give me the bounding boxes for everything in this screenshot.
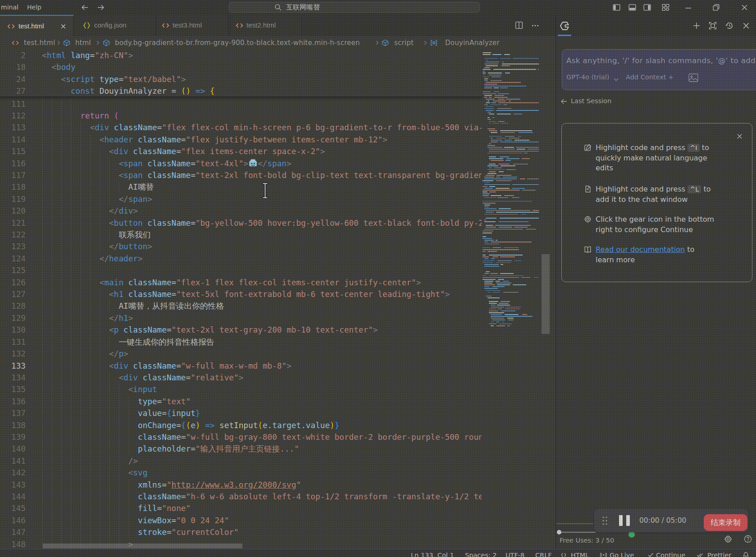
- status-Prettier[interactable]: Prettier: [707, 549, 731, 557]
- close-tips-icon[interactable]: [736, 133, 743, 140]
- code-line-117: 117 <span className="text-2xl font-bold …: [0, 169, 482, 182]
- close-window-icon[interactable]: [741, 4, 748, 11]
- code-line-132: 132 </p>: [0, 348, 482, 360]
- recording-widget[interactable]: 00:00 / 05:00 结束录制: [594, 509, 748, 532]
- code-line-145: 145 fill="none": [0, 502, 482, 515]
- code-line-113: 113 <div className="flex flex-col min-h-…: [0, 122, 482, 134]
- menu-help[interactable]: Help: [27, 0, 41, 15]
- command-center[interactable]: 互联网嘴替: [229, 2, 480, 13]
- code-line-119: 119 </span>: [0, 193, 482, 205]
- code-line-141: 141 />: [0, 455, 482, 467]
- status-Continue[interactable]: Continue: [656, 549, 685, 557]
- line-number: 112: [0, 110, 26, 122]
- restore-icon[interactable]: [712, 4, 720, 11]
- toggle-sidebar-icon[interactable]: [613, 4, 620, 11]
- sticky-line-18[interactable]: 18 <body: [0, 61, 482, 73]
- breadcrumb-item[interactable]: html: [75, 36, 91, 50]
- code-line-120: 120 </div>: [0, 205, 482, 217]
- code-editor[interactable]: 111 112 return (113 <div className="flex…: [0, 50, 556, 549]
- double-check-icon[interactable]: [697, 552, 704, 557]
- drag-handle-icon[interactable]: [602, 516, 608, 525]
- line-number: 131: [0, 336, 26, 348]
- braces-icon[interactable]: [560, 552, 567, 557]
- breadcrumb-item[interactable]: script: [394, 36, 414, 50]
- tab-config.json[interactable]: config.json: [75, 15, 156, 36]
- sticky-line-2[interactable]: 2<html lang="zh-CN">: [0, 50, 482, 62]
- code-line-146: 146 viewBox="0 0 24 24": [0, 515, 482, 527]
- panel-active-tab-indicator: [558, 35, 571, 36]
- code-line-124: 124 </header>: [0, 253, 482, 265]
- horizontal-scrollbar[interactable]: [43, 543, 242, 548]
- close-tab-icon[interactable]: [60, 23, 67, 30]
- code-line-122: 122 联系我们: [0, 229, 482, 241]
- status-bar: Ln 133, Col 1Spaces: 2UTF-8CRLFHTMLGo Li…: [0, 549, 756, 557]
- document-icon: [584, 185, 592, 193]
- vertical-scrollbar[interactable]: [542, 254, 550, 334]
- code-line-112: 112 return (: [0, 110, 482, 122]
- line-number: 123: [0, 241, 26, 253]
- stop-recording-button[interactable]: 结束录制: [704, 514, 747, 531]
- sticky-scroll: 2<html lang="zh-CN">18 <body24 <script t…: [0, 50, 482, 97]
- menu-terminal[interactable]: minal: [1, 0, 18, 15]
- last-session-label: Last Session: [571, 97, 611, 105]
- chevron-right-icon: [374, 40, 380, 46]
- status-Go Live[interactable]: Go Live: [610, 549, 634, 557]
- more-actions-icon[interactable]: [531, 22, 539, 32]
- code-line-136: 136 type="text": [0, 396, 482, 408]
- configure-gear-icon[interactable]: [724, 535, 732, 543]
- code-line-133: 133 <div className="w-full max-w-md mb-8…: [0, 360, 482, 372]
- tab-test2.html[interactable]: test2.html: [232, 15, 302, 36]
- add-context-button[interactable]: Add Context +: [626, 73, 674, 81]
- close-panel-icon[interactable]: [742, 22, 750, 30]
- slider-knob[interactable]: [557, 530, 561, 534]
- free-uses-label: Free Uses: 3 / 50: [560, 537, 614, 544]
- toggle-panel-icon[interactable]: [628, 4, 636, 11]
- model-selector[interactable]: GPT-4o (trial): [566, 73, 609, 81]
- line-number: 142: [0, 467, 26, 479]
- toggle-secondary-sidebar-icon[interactable]: [643, 4, 651, 11]
- status-UTF-8[interactable]: UTF-8: [506, 549, 524, 557]
- status-CRLF[interactable]: CRLF: [535, 549, 552, 557]
- code-line-134: 134 <div className="relative">: [0, 372, 482, 384]
- customize-layout-icon[interactable]: [662, 4, 669, 11]
- code-region: 111 112 return (113 <div className="flex…: [0, 50, 482, 549]
- sticky-line-27[interactable]: 27 const DouyinAnalyzer = () => {: [0, 85, 482, 97]
- ibeam-mouse-cursor: [262, 182, 269, 199]
- attach-image-icon[interactable]: [688, 73, 698, 82]
- chat-input-box[interactable]: Ask anything, '/' for slash commands, '@…: [562, 49, 756, 90]
- breadcrumb-item[interactable]: test.html: [24, 36, 55, 50]
- tab-test.html[interactable]: test.html: [0, 15, 74, 36]
- breadcrumb-item[interactable]: DouyinAnalyzer: [445, 36, 500, 50]
- nav-back-icon[interactable]: [81, 4, 89, 11]
- status-Spaces: 2[interactable]: Spaces: 2: [465, 549, 496, 557]
- tab-test3.html[interactable]: test3.html: [157, 15, 228, 36]
- nav-forward-icon[interactable]: [97, 4, 105, 11]
- help-icon[interactable]: [744, 535, 752, 543]
- minimap[interactable]: [482, 50, 542, 549]
- chevron-right-icon: [55, 40, 62, 46]
- line-number: 144: [0, 491, 26, 503]
- line-number: 111: [0, 98, 26, 110]
- recorder-track-primary[interactable]: [558, 532, 596, 533]
- status-Ln 133, Col 1[interactable]: Ln 133, Col 1: [411, 549, 454, 557]
- sticky-line-24[interactable]: 24 <script type="text/babel">: [0, 73, 482, 86]
- history-icon[interactable]: [725, 22, 733, 30]
- minimize-icon[interactable]: [684, 4, 692, 12]
- line-number: 143: [0, 479, 26, 491]
- add-session-icon[interactable]: [692, 22, 701, 30]
- vscode-window: minal Help 互联网嘴替 test.htmlconfig.jsontes…: [0, 0, 756, 557]
- status-HTML[interactable]: HTML: [571, 549, 589, 557]
- line-number: 130: [0, 324, 26, 336]
- check-icon[interactable]: [647, 552, 655, 557]
- continue-logo-icon: [560, 21, 570, 31]
- fullscreen-icon[interactable]: [709, 22, 717, 30]
- documentation-link[interactable]: Read our documentation: [596, 245, 685, 254]
- symbol-box-icon: [103, 39, 110, 46]
- bell-icon[interactable]: [742, 552, 750, 557]
- tab-label: test2.html: [246, 15, 276, 35]
- broadcast-icon[interactable]: [600, 552, 607, 557]
- edit-icon: [584, 144, 592, 151]
- code-line-143: 143 xmlns="http://www.w3.org/2000/svg": [0, 479, 482, 491]
- breadcrumb-item[interactable]: body.bg-gradient-to-br.from-gray-900.to-…: [115, 36, 360, 50]
- split-editor-icon[interactable]: [515, 21, 523, 31]
